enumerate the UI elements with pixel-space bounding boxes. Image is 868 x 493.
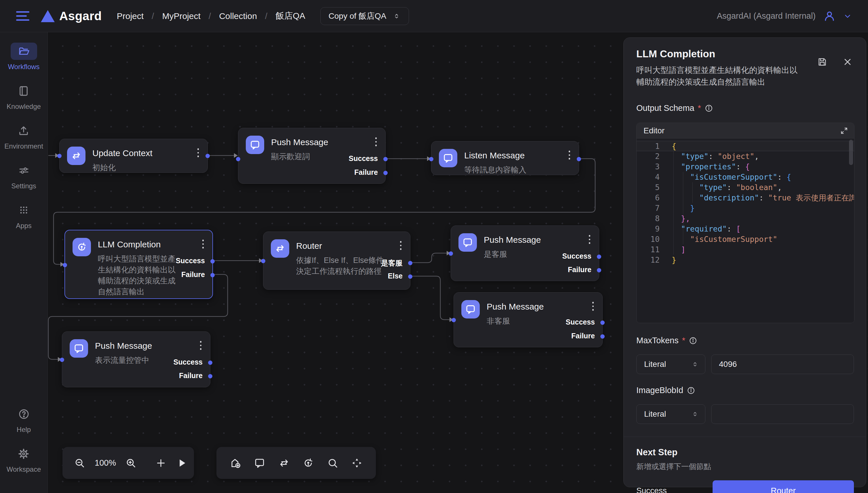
workflow-selector-label: Copy of 飯店QA bbox=[329, 10, 386, 22]
workflow-node-push-welcome[interactable]: Push Message顯示歡迎詞SuccessFailure bbox=[238, 128, 386, 184]
node-menu-icon[interactable] bbox=[400, 241, 402, 250]
code-line-10: 10 "isCustomerSupport" bbox=[637, 234, 854, 244]
workflow-node-update-context[interactable]: Update Context初始化 bbox=[59, 139, 208, 173]
search-icon[interactable] bbox=[327, 457, 338, 469]
workflow-node-push-cs[interactable]: Push Message是客服SuccessFailure bbox=[451, 226, 599, 281]
line-number: 9 bbox=[637, 224, 663, 234]
add-start-node-icon[interactable] bbox=[230, 457, 241, 469]
output-port-是客服[interactable] bbox=[408, 261, 413, 265]
zoom-out-button[interactable] bbox=[74, 457, 86, 469]
output-port-success[interactable] bbox=[600, 321, 605, 325]
output-port-success[interactable] bbox=[210, 259, 215, 263]
output-port-failure[interactable] bbox=[600, 334, 605, 339]
workflow-node-push-ratelimit[interactable]: Push Message表示流量控管中SuccessFailure bbox=[62, 331, 210, 387]
output-port-failure[interactable] bbox=[208, 374, 213, 379]
move-icon[interactable] bbox=[351, 457, 363, 469]
input-port[interactable] bbox=[236, 157, 240, 161]
chevron-down-icon[interactable] bbox=[843, 12, 852, 20]
workflow-node-listen-message[interactable]: Listen Message等待訊息內容輸入 bbox=[431, 141, 579, 175]
sidebar-item-workspace[interactable]: Workspace bbox=[7, 445, 41, 473]
output-port-failure[interactable] bbox=[383, 171, 388, 175]
input-port[interactable] bbox=[57, 154, 62, 158]
node-menu-icon[interactable] bbox=[197, 148, 199, 157]
port-label: Success bbox=[174, 358, 203, 366]
line-number: 2 bbox=[637, 151, 663, 162]
breadcrumb-separator: / bbox=[209, 11, 211, 21]
sidebar-item-label: Workflows bbox=[8, 63, 40, 71]
sidebar-item-knowledge[interactable]: Knowledge bbox=[7, 82, 41, 111]
code-line-7: 7 } bbox=[637, 203, 854, 213]
menu-icon[interactable] bbox=[16, 11, 29, 21]
add-button[interactable] bbox=[155, 457, 166, 469]
expand-icon[interactable] bbox=[840, 126, 848, 135]
sidebar-item-workflows[interactable]: Workflows bbox=[8, 43, 40, 71]
message-node-icon[interactable] bbox=[254, 457, 265, 469]
output-port-failure[interactable] bbox=[210, 273, 215, 277]
workflow-node-push-noncs[interactable]: Push Message非客服SuccessFailure bbox=[453, 292, 603, 347]
input-port[interactable] bbox=[261, 259, 265, 263]
account-area[interactable]: AsgardAI (Asgard Internal) bbox=[717, 10, 852, 22]
input-port[interactable] bbox=[451, 318, 456, 322]
sidebar-item-help[interactable]: Help bbox=[10, 405, 37, 434]
sidebar-item-apps[interactable]: Apps bbox=[10, 201, 37, 230]
save-icon[interactable] bbox=[817, 57, 827, 67]
info-icon[interactable] bbox=[689, 336, 697, 345]
output-port-success[interactable] bbox=[383, 157, 388, 161]
node-subtitle: 表示流量控管中 bbox=[95, 355, 149, 366]
breadcrumb-item-myproject[interactable]: MyProject bbox=[162, 11, 200, 21]
node-subtitle: 顯示歡迎詞 bbox=[271, 151, 310, 162]
zoom-in-button[interactable] bbox=[125, 457, 137, 469]
breadcrumb-item-飯店qa[interactable]: 飯店QA bbox=[275, 10, 305, 22]
breadcrumb-item-project[interactable]: Project bbox=[117, 11, 143, 21]
input-port[interactable] bbox=[429, 157, 433, 161]
max-tokens-input[interactable]: 4096 bbox=[711, 355, 854, 374]
image-blob-mode-select[interactable]: Literal bbox=[636, 404, 705, 424]
output-port-success[interactable] bbox=[597, 255, 601, 259]
output-port[interactable] bbox=[577, 157, 581, 161]
code-editor-area[interactable]: 1{2 "type": "object",3 "properties": {4 … bbox=[637, 138, 854, 323]
sidebar-item-settings[interactable]: Settings bbox=[10, 162, 37, 190]
user-icon[interactable] bbox=[823, 10, 836, 22]
next-step-target-button-router[interactable]: Router bbox=[713, 480, 854, 493]
line-number: 10 bbox=[637, 234, 663, 244]
panel-actions bbox=[817, 57, 853, 67]
info-icon[interactable] bbox=[705, 104, 713, 113]
code-line-text: ] bbox=[672, 244, 686, 255]
workflow-node-llm-completion[interactable]: LLM Completion呼叫大型語言模型並產生結構化的資料輸出以輔助流程的決… bbox=[65, 230, 213, 299]
node-menu-icon[interactable] bbox=[375, 137, 377, 146]
output-port-else[interactable] bbox=[408, 274, 413, 279]
code-line-9: 9 "required": [ bbox=[637, 224, 854, 234]
close-icon[interactable] bbox=[842, 57, 853, 67]
next-step-rows: SuccessRouterFailurePush Message bbox=[636, 480, 854, 493]
run-button[interactable] bbox=[176, 457, 187, 469]
sidebar-item-environment[interactable]: Environment bbox=[4, 122, 43, 150]
node-menu-icon[interactable] bbox=[200, 341, 202, 350]
node-menu-icon[interactable] bbox=[589, 235, 591, 244]
input-port[interactable] bbox=[63, 263, 67, 267]
output-port-success[interactable] bbox=[208, 361, 213, 365]
output-port[interactable] bbox=[205, 154, 210, 158]
sidebar-item-label: Environment bbox=[4, 142, 43, 150]
grid-icon bbox=[10, 201, 37, 219]
node-menu-icon[interactable] bbox=[569, 151, 571, 159]
schema-editor[interactable]: Editor 1{2 "type": "object",3 "propertie… bbox=[636, 123, 854, 323]
input-port[interactable] bbox=[60, 358, 64, 362]
node-menu-icon[interactable] bbox=[592, 302, 594, 311]
workflow-selector[interactable]: Copy of 飯店QA bbox=[320, 7, 409, 25]
line-number: 6 bbox=[637, 193, 663, 203]
workflow-node-router[interactable]: Router依據If、Else If、Else條件決定工作流程執行的路徑是客服E… bbox=[263, 232, 410, 290]
image-blob-input[interactable] bbox=[711, 404, 854, 424]
breadcrumb-item-collection[interactable]: Collection bbox=[219, 11, 257, 21]
swap-node-icon[interactable] bbox=[278, 457, 290, 469]
code-line-text: "required": [ bbox=[672, 224, 740, 234]
node-menu-icon[interactable] bbox=[202, 240, 204, 249]
chat-node-icon bbox=[246, 136, 264, 154]
input-port[interactable] bbox=[449, 251, 453, 256]
llm-node-icon[interactable] bbox=[303, 457, 314, 469]
account-name: AsgardAI (Asgard Internal) bbox=[717, 11, 816, 21]
next-step-branch-label: Success bbox=[636, 486, 713, 493]
output-port-failure[interactable] bbox=[597, 268, 601, 273]
max-tokens-mode-select[interactable]: Literal bbox=[636, 355, 705, 374]
code-line-text: }, bbox=[672, 213, 690, 224]
info-icon[interactable] bbox=[687, 386, 695, 395]
